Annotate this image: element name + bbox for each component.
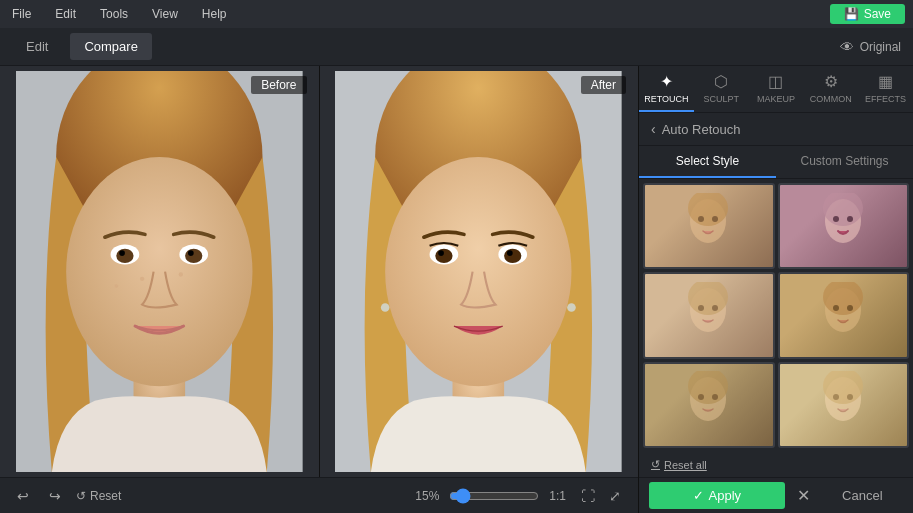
fullscreen-button[interactable]: ⤢ [604, 486, 626, 506]
makeup-icon: ◫ [768, 72, 783, 91]
svg-point-32 [847, 216, 853, 222]
style-item-lt[interactable]: Light tan [778, 272, 910, 358]
style-thumb-se [645, 274, 773, 358]
svg-point-8 [119, 250, 125, 256]
svg-point-39 [833, 305, 839, 311]
style-thumb-na [645, 364, 773, 448]
reset-all-link[interactable]: ↺ Reset all [639, 452, 913, 477]
before-label: Before [251, 76, 306, 94]
style-grid: Overall enhancement Glamorous portrait [639, 179, 913, 452]
reset-all-icon: ↺ [651, 458, 660, 471]
fit-icons: ⛶ ⤢ [576, 486, 626, 506]
svg-point-40 [847, 305, 853, 311]
menu-edit[interactable]: Edit [51, 5, 80, 23]
action-bar: ✓ Apply ✕ Cancel [639, 477, 913, 513]
menu-help[interactable]: Help [198, 5, 231, 23]
status-bar: ↩ ↪ ↺ Reset 15% 1:1 ⛶ ⤢ [0, 477, 638, 513]
tab-common[interactable]: ⚙ COMMON [803, 66, 858, 112]
before-panel: Before [0, 66, 320, 477]
before-after-container: Before [0, 66, 638, 477]
style-thumb-oe [645, 185, 773, 269]
after-panel: After [320, 66, 639, 477]
style-thumb-gp [780, 185, 908, 269]
back-arrow-icon: ‹ [651, 121, 656, 137]
eye-icon: 👁 [840, 39, 854, 55]
common-icon: ⚙ [824, 72, 838, 91]
menu-file[interactable]: File [8, 5, 35, 23]
svg-point-36 [712, 305, 718, 311]
after-face-svg [335, 71, 622, 472]
apply-button[interactable]: ✓ Apply [649, 482, 785, 509]
cancel-button[interactable]: Cancel [822, 482, 903, 509]
svg-point-44 [712, 394, 718, 400]
svg-point-12 [115, 284, 118, 287]
save-button[interactable]: 💾 Save [830, 4, 905, 24]
tab-sculpt[interactable]: ⬡ SCULPT [694, 66, 749, 112]
svg-point-35 [698, 305, 704, 311]
svg-point-11 [179, 272, 183, 276]
style-item-oe[interactable]: Overall enhancement [643, 183, 775, 269]
svg-point-43 [698, 394, 704, 400]
panel-tabs: ✦ RETOUCH ⬡ SCULPT ◫ MAKEUP ⚙ COMMON ▦ E… [639, 66, 913, 113]
svg-point-23 [381, 303, 390, 312]
zoom-percent: 15% [415, 489, 439, 503]
save-icon: 💾 [844, 7, 859, 21]
checkmark-icon: ✓ [693, 488, 704, 503]
after-image [320, 66, 639, 477]
style-item-la[interactable]: Light airy [778, 362, 910, 448]
before-face-svg [16, 71, 303, 472]
svg-point-27 [698, 216, 704, 222]
tab-makeup[interactable]: ◫ MAKEUP [749, 66, 804, 112]
svg-point-21 [439, 250, 445, 256]
svg-point-31 [833, 216, 839, 222]
svg-point-9 [188, 250, 194, 256]
svg-point-6 [116, 249, 133, 263]
menu-bar: File Edit Tools View Help 💾 Save [0, 0, 913, 28]
svg-point-3 [66, 157, 252, 386]
close-x-button[interactable]: ✕ [793, 486, 814, 505]
svg-point-19 [436, 249, 453, 263]
fit-window-button[interactable]: ⛶ [576, 486, 600, 506]
style-thumb-lt [780, 274, 908, 358]
toolbar-right: 👁 Original [840, 39, 901, 55]
svg-point-16 [386, 157, 572, 386]
svg-point-20 [505, 249, 522, 263]
zoom-slider[interactable] [449, 488, 539, 504]
tab-edit[interactable]: Edit [12, 33, 62, 60]
tab-retouch[interactable]: ✦ RETOUCH [639, 66, 694, 112]
style-item-gp[interactable]: Glamorous portrait [778, 183, 910, 269]
effects-icon: ▦ [878, 72, 893, 91]
style-tab-custom[interactable]: Custom Settings [776, 146, 913, 178]
menu-tools[interactable]: Tools [96, 5, 132, 23]
redo-button[interactable]: ↪ [44, 486, 66, 506]
tab-compare[interactable]: Compare [70, 33, 151, 60]
undo-button[interactable]: ↩ [12, 486, 34, 506]
svg-point-7 [185, 249, 202, 263]
reset-icon: ↺ [76, 489, 86, 503]
retouch-icon: ✦ [660, 72, 673, 91]
zoom-ratio: 1:1 [549, 489, 566, 503]
right-panel: ✦ RETOUCH ⬡ SCULPT ◫ MAKEUP ⚙ COMMON ▦ E… [638, 66, 913, 513]
toolbar: Edit Compare 👁 Original [0, 28, 913, 66]
canvas-area: Before [0, 66, 638, 513]
back-nav[interactable]: ‹ Auto Retouch [639, 113, 913, 146]
original-label: Original [860, 40, 901, 54]
style-tab-select[interactable]: Select Style [639, 146, 776, 178]
svg-point-10 [140, 277, 144, 281]
after-label: After [581, 76, 626, 94]
menu-view[interactable]: View [148, 5, 182, 23]
panel-content: ‹ Auto Retouch Select Style Custom Setti… [639, 113, 913, 477]
svg-point-24 [568, 303, 577, 312]
before-image [0, 66, 319, 477]
style-thumb-la [780, 364, 908, 448]
tab-effects[interactable]: ▦ EFFECTS [858, 66, 913, 112]
svg-point-28 [712, 216, 718, 222]
style-tabs: Select Style Custom Settings [639, 146, 913, 179]
svg-point-47 [833, 394, 839, 400]
style-item-na[interactable]: Natural [643, 362, 775, 448]
style-item-se[interactable]: Slight enhancement [643, 272, 775, 358]
main-area: Before [0, 66, 913, 513]
svg-point-48 [847, 394, 853, 400]
reset-button[interactable]: ↺ Reset [76, 489, 121, 503]
menu-items: File Edit Tools View Help [8, 5, 231, 23]
